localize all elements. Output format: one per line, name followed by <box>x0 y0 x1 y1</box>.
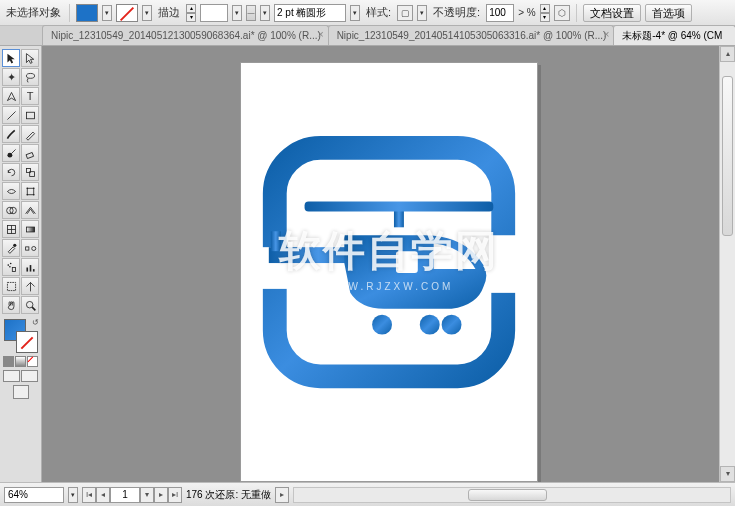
perspective-grid-tool[interactable] <box>21 201 39 219</box>
first-artboard-button[interactable]: I◂ <box>82 487 96 503</box>
close-icon[interactable]: × <box>318 29 324 40</box>
mesh-tool[interactable] <box>2 220 20 238</box>
artboard-number[interactable]: 1 <box>110 487 140 503</box>
stroke-value[interactable] <box>200 4 228 22</box>
svg-point-41 <box>419 315 439 335</box>
profile-dropdown[interactable]: ▾ <box>350 5 360 21</box>
stroke-color[interactable] <box>16 331 38 353</box>
svg-point-20 <box>31 246 35 250</box>
opacity-stepper[interactable]: ▴▾ <box>540 4 550 22</box>
style-swatch[interactable]: ▢ <box>397 5 413 21</box>
document-tab[interactable]: Nipic_12310549_20140514105305063316.ai* … <box>328 25 615 45</box>
hand-tool[interactable] <box>2 296 20 314</box>
weight-profile[interactable]: 2 pt 椭圆形 <box>274 4 346 22</box>
recolor-icon[interactable]: ⬡ <box>554 5 570 21</box>
opacity-value[interactable]: 100 <box>486 4 514 22</box>
column-graph-tool[interactable] <box>21 258 39 276</box>
shape-builder-tool[interactable] <box>2 201 20 219</box>
next-artboard-button[interactable]: ▸ <box>154 487 168 503</box>
zoom-tool[interactable] <box>21 296 39 314</box>
brush-preset[interactable]: — <box>246 5 256 21</box>
rectangle-tool[interactable] <box>21 106 39 124</box>
eyedropper-tool[interactable] <box>2 239 20 257</box>
document-setup-button[interactable]: 文档设置 <box>583 4 641 22</box>
eraser-tool[interactable] <box>21 144 39 162</box>
artboard[interactable] <box>240 62 538 482</box>
svg-rect-2 <box>26 112 34 119</box>
pencil-tool[interactable] <box>21 125 39 143</box>
selection-tool[interactable] <box>2 49 20 67</box>
magic-wand-tool[interactable]: ✦ <box>2 68 20 86</box>
hscroll-thumb[interactable] <box>468 489 546 501</box>
opacity-link[interactable]: 不透明度: <box>431 5 482 20</box>
type-tool[interactable]: T <box>21 87 39 105</box>
scroll-thumb[interactable] <box>722 76 733 236</box>
svg-point-42 <box>441 315 461 335</box>
svg-point-40 <box>372 315 392 335</box>
preferences-button[interactable]: 首选项 <box>645 4 692 22</box>
document-tab-active[interactable]: 未标题-4* @ 64% (CM <box>613 25 735 45</box>
line-tool[interactable] <box>2 106 20 124</box>
svg-point-30 <box>26 301 33 308</box>
svg-point-24 <box>9 265 11 267</box>
brush-dropdown[interactable]: ▾ <box>260 5 270 21</box>
direct-selection-tool[interactable] <box>21 49 39 67</box>
fill-stroke-picker[interactable]: ↺ <box>4 319 38 353</box>
swap-icon[interactable]: ↺ <box>32 318 39 327</box>
color-mode-none[interactable] <box>27 356 38 367</box>
undo-info: 176 次还原: 无重做 <box>186 488 271 502</box>
svg-rect-34 <box>489 235 519 293</box>
free-transform-tool[interactable] <box>21 182 39 200</box>
stroke-link[interactable]: 描边 <box>156 5 182 20</box>
svg-point-8 <box>26 187 28 189</box>
rotate-tool[interactable] <box>2 163 20 181</box>
color-mode-solid[interactable] <box>3 356 14 367</box>
svg-point-18 <box>13 243 16 246</box>
svg-rect-27 <box>32 269 34 271</box>
zoom-dropdown[interactable]: ▾ <box>68 487 78 503</box>
artboard-dropdown[interactable]: ▾ <box>140 487 154 503</box>
paintbrush-tool[interactable] <box>2 125 20 143</box>
artboard-nav: I◂ ◂ 1 ▾ ▸ ▸I <box>82 487 182 503</box>
status-menu-button[interactable]: ▸ <box>275 487 289 503</box>
slice-tool[interactable] <box>21 277 39 295</box>
canvas-area[interactable]: 软件自学网 WWW.RJZXW.COM ▴ ▾ <box>42 46 735 482</box>
fill-dropdown[interactable]: ▾ <box>102 5 112 21</box>
svg-rect-36 <box>304 201 493 211</box>
fill-swatch[interactable] <box>76 4 98 22</box>
horizontal-scrollbar[interactable] <box>293 487 731 503</box>
stroke-stepper[interactable]: ▴▾ <box>186 4 196 22</box>
style-dropdown[interactable]: ▾ <box>417 5 427 21</box>
prev-artboard-button[interactable]: ◂ <box>96 487 110 503</box>
gradient-tool[interactable] <box>21 220 39 238</box>
scale-tool[interactable] <box>21 163 39 181</box>
blend-tool[interactable] <box>21 239 39 257</box>
pen-tool[interactable] <box>2 87 20 105</box>
change-screen-mode[interactable] <box>13 385 29 399</box>
vertical-scrollbar[interactable]: ▴ ▾ <box>719 46 735 482</box>
document-tab[interactable]: Nipic_12310549_20140512130059068364.ai* … <box>42 25 329 45</box>
screen-mode-normal[interactable] <box>3 370 20 382</box>
scroll-down-button[interactable]: ▾ <box>720 466 735 482</box>
svg-rect-21 <box>12 267 15 271</box>
close-icon[interactable]: × <box>603 29 609 40</box>
svg-line-1 <box>7 111 15 119</box>
symbol-sprayer-tool[interactable] <box>2 258 20 276</box>
stroke-dropdown[interactable]: ▾ <box>142 5 152 21</box>
zoom-field[interactable]: 64% <box>4 487 64 503</box>
color-mode-gradient[interactable] <box>15 356 26 367</box>
artboard-tool[interactable] <box>2 277 20 295</box>
lasso-tool[interactable] <box>21 68 39 86</box>
blob-brush-tool[interactable] <box>2 144 20 162</box>
stroke-value-dropdown[interactable]: ▾ <box>232 5 242 21</box>
tab-title: Nipic_12310549_20140514105305063316.ai* … <box>337 30 607 41</box>
svg-rect-19 <box>25 246 28 249</box>
last-artboard-button[interactable]: ▸I <box>168 487 182 503</box>
svg-rect-17 <box>26 227 34 232</box>
width-tool[interactable] <box>2 182 20 200</box>
scroll-up-button[interactable]: ▴ <box>720 46 735 62</box>
screen-mode-full[interactable] <box>21 370 38 382</box>
stroke-swatch[interactable] <box>116 4 138 22</box>
svg-rect-7 <box>27 188 34 195</box>
style-label: 样式: <box>364 5 393 20</box>
